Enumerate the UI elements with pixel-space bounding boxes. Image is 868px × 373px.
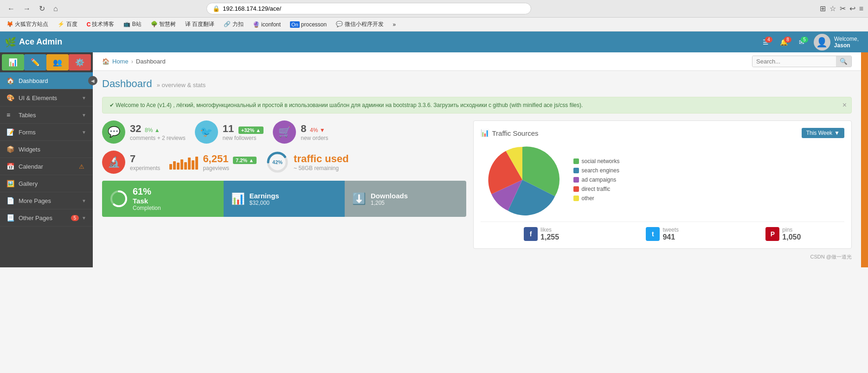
downloads-card[interactable]: ⬇️ Downloads 1,205 <box>345 181 466 217</box>
bookmark-bilibili[interactable]: 📺 B站 <box>122 19 143 29</box>
traffic-title: 📊 Traffic Sources <box>481 129 539 137</box>
traffic-sublabel: ~ 58GB remaining <box>294 165 349 171</box>
sidebar-item-calendar[interactable]: 📅 Calendar ⚠ <box>0 158 93 175</box>
sidebar-icon-stats[interactable]: 📊 <box>2 54 24 70</box>
lock-icon: 🔒 <box>212 5 220 12</box>
bar-2 <box>173 161 176 170</box>
stats-row-1: 💬 32 8% ▲ comments + 2 reviews <box>102 120 466 144</box>
alert-close-button[interactable]: × <box>842 101 847 109</box>
sidebar-item-gallery[interactable]: 🖼️ Gallery <box>0 175 93 192</box>
browser-nav-buttons: ← → ↻ ⌂ <box>5 3 61 14</box>
arrow-icon-forms: ▼ <box>82 130 86 135</box>
search-button[interactable]: 🔍 <box>836 56 851 67</box>
bar-8 <box>195 157 198 170</box>
refresh-button[interactable]: ↻ <box>36 3 48 14</box>
sidebar-nav-icons: 📊 ✏️ 👥 ⚙️ <box>0 52 93 72</box>
arrow-icon-more: ▼ <box>82 198 86 203</box>
sidebar-icon-edit[interactable]: ✏️ <box>24 54 46 70</box>
twitter-info: tweets 941 <box>662 227 679 241</box>
legend-direct: direct traffic <box>573 186 620 192</box>
legend-other: other <box>573 195 620 202</box>
bookmark-more[interactable]: » <box>391 20 398 29</box>
stat-orders: 🛒 8 4% ▼ new orders <box>273 120 328 144</box>
star-icon[interactable]: ☆ <box>829 4 836 13</box>
experiments-info: 7 experiments <box>130 153 160 171</box>
back-button[interactable]: ← <box>5 3 18 14</box>
legend-label-direct: direct traffic <box>582 186 611 192</box>
orders-label: new orders <box>301 135 328 141</box>
this-week-button[interactable]: This Week ▼ <box>802 128 844 138</box>
sidebar-label-calendar: Calendar <box>19 163 79 170</box>
experiments-label: experiments <box>130 165 160 171</box>
mail-button[interactable]: ✉ 5 <box>794 35 809 50</box>
sidebar-item-more-pages[interactable]: 📄 More Pages ▼ <box>0 192 93 209</box>
nav-icons: ☰ 4 🔔 8 ✉ 5 <box>758 35 809 50</box>
breadcrumb-current: Dashboard <box>136 58 166 65</box>
earnings-card[interactable]: 📊 Earnings $32,000 <box>224 181 345 217</box>
legend-dot-search <box>573 168 579 173</box>
this-week-label: This Week <box>806 130 832 136</box>
sidebar-item-forms[interactable]: 📝 Forms ▼ <box>0 124 93 141</box>
comments-header: 32 8% ▲ <box>130 123 186 135</box>
address-bar: 🔒 <box>206 3 531 14</box>
sidebar-label-dashboard: Dashboard <box>19 77 86 84</box>
bookmark-zhihushu[interactable]: 🌳 智慧树 <box>149 19 178 29</box>
task-completion-card[interactable]: 61% Task Completion <box>102 181 224 217</box>
sidebar-toggle[interactable]: ◀ <box>88 76 97 85</box>
menu-icon[interactable]: ≡ <box>859 5 863 13</box>
page-subtitle: » overview & stats <box>157 82 206 89</box>
sidebar-icon-settings[interactable]: ⚙️ <box>69 54 91 70</box>
pinterest-count: 1,050 <box>782 233 801 241</box>
bookmark-baidu[interactable]: ⚡ 百度 <box>56 19 79 29</box>
sidebar-item-dashboard[interactable]: 🏠 Dashboard ◀ <box>0 72 93 89</box>
earnings-text: Earnings $32,000 <box>250 192 279 206</box>
footer: CSDN @做一道光 <box>102 253 852 260</box>
social-stats: f likes 1,255 t tweets 941 <box>481 221 845 241</box>
sidebar-icon-users[interactable]: 👥 <box>46 54 69 70</box>
mini-bar-chart <box>169 156 198 170</box>
calendar-warning-icon: ⚠ <box>79 163 84 170</box>
browser-chrome: ← → ↻ ⌂ 🔒 ⊞ ☆ ✂ ↩ ≡ <box>0 0 868 18</box>
search-input[interactable] <box>752 56 836 67</box>
sidebar-item-other-pages[interactable]: 📃 Other Pages 5 ▼ <box>0 209 93 227</box>
bookmark-leetcode[interactable]: 🔗 力扣 <box>222 19 245 29</box>
alerts-button[interactable]: 🔔 8 <box>775 35 792 50</box>
downloads-count: 1,205 <box>371 200 408 206</box>
action-cards: 61% Task Completion 📊 Earnings $32, <box>102 181 466 217</box>
bookmark-firefox[interactable]: 🦊 火狐官方站点 <box>5 19 50 29</box>
stat-followers: 🐦 11 +32% ▲ new followers <box>195 120 264 144</box>
pageviews-info: 6,251 7.2% ▲ pageviews <box>203 153 257 171</box>
bookmark-wechat[interactable]: 💬 微信小程序开发 <box>334 19 385 29</box>
sidebar-item-tables[interactable]: ≡ Tables ▼ <box>0 107 93 124</box>
screenshot-icon[interactable]: ✂ <box>840 4 846 13</box>
sidebar-item-ui-elements[interactable]: 🎨 UI & Elements ▼ <box>0 89 93 107</box>
bookmarks-icon[interactable]: ⊞ <box>820 4 826 13</box>
avatar: 👤 <box>814 34 830 51</box>
task-subtitle: Completion <box>133 205 161 211</box>
pageviews-badge: 7.2% ▲ <box>233 157 257 164</box>
breadcrumb-home[interactable]: Home <box>112 58 129 65</box>
messages-button[interactable]: ☰ 4 <box>758 35 773 50</box>
brand-name: Ace Admin <box>19 37 62 47</box>
downloads-icon: ⬇️ <box>352 192 366 205</box>
forms-icon: 📝 <box>6 128 15 136</box>
user-section[interactable]: 👤 Welcome, Jason <box>809 34 863 51</box>
arrow-icon-other: ▼ <box>82 215 86 221</box>
twitter-label: tweets <box>662 227 679 233</box>
bookmark-processon[interactable]: On processon <box>288 20 328 29</box>
legend-dot-other <box>573 196 579 201</box>
sidebar-item-widgets[interactable]: 📦 Widgets <box>0 141 93 158</box>
undo-icon[interactable]: ↩ <box>849 4 855 13</box>
orders-icon: 🛒 <box>273 120 296 144</box>
url-input[interactable] <box>223 5 525 12</box>
traffic-info: traffic used ~ 58GB remaining <box>294 153 349 171</box>
bookmark-techblog[interactable]: C 技术博客 <box>85 19 116 29</box>
arrow-icon-tables: ▼ <box>82 113 86 118</box>
welcome-text: Welcome, Jason <box>834 36 859 49</box>
home-button[interactable]: ⌂ <box>51 3 61 14</box>
earnings-chart-icon: 📊 <box>231 192 245 205</box>
forward-button[interactable]: → <box>20 3 33 14</box>
bookmark-iconfont[interactable]: 🔮 iconfont <box>251 20 283 29</box>
bookmark-fanyi[interactable]: 译 百度翻译 <box>183 19 216 29</box>
bar-4 <box>180 159 183 170</box>
